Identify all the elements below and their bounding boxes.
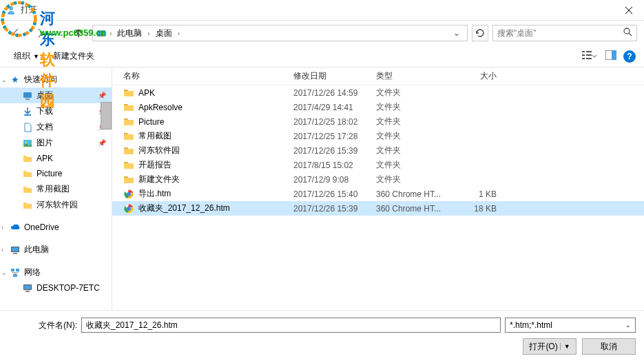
forward-button[interactable] [30, 23, 50, 43]
sidebar-apk[interactable]: APK [0, 151, 112, 166]
open-button[interactable]: 打开(O) ▼ [523, 338, 577, 355]
file-row[interactable]: 导出.htm2017/12/26 15:40360 Chrome HT...1 … [112, 187, 644, 201]
file-row[interactable]: 开题报告2017/8/15 15:02文件夹 [112, 158, 644, 172]
sidebar-pictures[interactable]: 图片 📌 [0, 135, 112, 151]
file-row[interactable]: 河东软件园2017/12/26 15:39文件夹 [112, 143, 644, 158]
svg-rect-14 [23, 92, 32, 98]
chevron-down-icon: ⌄ [625, 322, 631, 329]
file-date: 2017/12/26 15:39 [293, 204, 376, 214]
svg-rect-10 [582, 58, 585, 59]
chevron-down-icon: ⌄ [1, 269, 7, 276]
file-date: 2017/8/15 15:02 [293, 160, 376, 170]
network-icon [10, 267, 21, 278]
pictures-icon [22, 138, 33, 149]
breadcrumb-separator: › [147, 30, 149, 37]
svg-point-5 [624, 28, 630, 34]
breadcrumb-item[interactable]: 桌面 [153, 28, 175, 39]
sidebar-picture-en[interactable]: Picture [0, 166, 112, 181]
navigation-bar: › 此电脑 › 桌面 › ⌄ [0, 21, 644, 45]
column-name[interactable]: 名称 [118, 70, 293, 82]
file-row[interactable]: ApkResolve2017/4/29 14:41文件夹 [112, 100, 644, 114]
app-icon [6, 5, 17, 16]
file-name: 常用截图 [138, 130, 172, 142]
sidebar-this-pc[interactable]: › 此电脑 [0, 242, 112, 258]
window-title: 打开 [21, 4, 37, 16]
filename-input[interactable] [81, 318, 501, 333]
sidebar-hedong[interactable]: 河东软件园 [0, 197, 112, 213]
sidebar-downloads[interactable]: 下载 📌 [0, 103, 112, 119]
file-date: 2017/12/9 9:08 [293, 175, 376, 185]
chrome-icon [123, 203, 134, 214]
star-icon: ★ [10, 74, 21, 85]
title-bar: 打开 [0, 0, 644, 21]
recent-dropdown[interactable] [54, 23, 65, 43]
file-date: 2017/12/26 15:40 [293, 189, 376, 199]
help-icon[interactable]: ? [623, 50, 636, 63]
folder-icon [22, 184, 33, 195]
sidebar-item-label: Picture [37, 169, 62, 178]
close-button[interactable] [613, 0, 644, 21]
file-name: 收藏夹_2017_12_26.htm [138, 203, 230, 214]
file-row[interactable]: Picture2017/12/25 18:02文件夹 [112, 114, 644, 129]
svg-rect-13 [612, 50, 616, 60]
search-box[interactable] [492, 25, 637, 41]
address-dropdown[interactable]: ⌄ [449, 28, 464, 38]
sidebar-quick-access[interactable]: ⌄ ★ 快速访问 [0, 72, 112, 87]
sidebar-desktop[interactable]: 桌面 📌 [0, 87, 112, 103]
sidebar-item-label: 常用截图 [37, 183, 70, 195]
column-size[interactable]: 大小 [455, 70, 510, 82]
refresh-button[interactable] [472, 25, 488, 41]
svg-rect-7 [586, 51, 592, 52]
svg-point-2 [9, 6, 13, 10]
file-name: 导出.htm [138, 188, 171, 200]
preview-pane-icon[interactable] [604, 49, 618, 64]
organize-button[interactable]: 组织 ▼ [8, 48, 45, 65]
cancel-button[interactable]: 取消 [582, 338, 636, 355]
sidebar-item-label: DESKTOP-7ETC [37, 283, 100, 293]
chevron-right-icon: › [1, 247, 3, 253]
folder-icon [22, 200, 33, 211]
sidebar-documents[interactable]: 文档 📌 [0, 119, 112, 135]
file-type: 文件夹 [376, 174, 455, 185]
file-row[interactable]: APK2017/12/26 14:59文件夹 [112, 85, 644, 100]
address-bar[interactable]: › 此电脑 › 桌面 › ⌄ [92, 25, 468, 41]
chevron-right-icon: › [1, 224, 3, 231]
filter-dropdown[interactable]: *.htm;*.html ⌄ [505, 318, 636, 333]
pc-icon [10, 245, 21, 256]
new-folder-button[interactable]: 新建文件夹 [48, 48, 100, 65]
file-row[interactable]: 常用截图2017/12/25 17:28文件夹 [112, 129, 644, 143]
scrollbar-thumb[interactable] [101, 102, 112, 129]
sidebar-onedrive[interactable]: › OneDrive [0, 220, 112, 235]
svg-rect-22 [11, 269, 14, 271]
search-input[interactable] [497, 28, 623, 38]
filter-label: *.htm;*.html [510, 320, 552, 330]
back-button[interactable] [7, 23, 26, 43]
folder-icon [123, 160, 134, 171]
file-name: Picture [138, 117, 164, 127]
file-row[interactable]: 新建文件夹2017/12/9 9:08文件夹 [112, 172, 644, 187]
view-options-icon[interactable] [581, 49, 599, 64]
sidebar-item-label: 网络 [24, 267, 41, 278]
svg-rect-9 [586, 54, 592, 56]
svg-rect-26 [24, 285, 31, 289]
file-type: 文件夹 [376, 116, 455, 127]
column-date[interactable]: 修改日期 [293, 70, 376, 82]
file-date: 2017/12/25 17:28 [293, 132, 376, 141]
sidebar-desktop-pc[interactable]: DESKTOP-7ETC [0, 280, 112, 295]
svg-rect-20 [12, 247, 19, 251]
file-row[interactable]: 收藏夹_2017_12_26.htm2017/12/26 15:39360 Ch… [112, 201, 644, 216]
file-size: 1 KB [455, 189, 510, 199]
toolbar: 组织 ▼ 新建文件夹 ? [0, 45, 644, 68]
folder-icon [123, 131, 134, 142]
sidebar-network[interactable]: ⌄ 网络 [0, 265, 112, 280]
folder-icon [22, 153, 33, 164]
chevron-down-icon: ⌄ [1, 76, 7, 83]
up-button[interactable] [69, 23, 88, 43]
search-icon[interactable] [623, 27, 632, 39]
file-list-area: 名称 修改日期 类型 大小 APK2017/12/26 14:59文件夹ApkR… [112, 68, 644, 310]
breadcrumb-item[interactable]: 此电脑 [114, 28, 145, 39]
column-headers: 名称 修改日期 类型 大小 [112, 68, 644, 85]
column-type[interactable]: 类型 [376, 70, 455, 82]
sidebar-screenshots[interactable]: 常用截图 [0, 181, 112, 197]
file-date: 2017/12/25 18:02 [293, 117, 376, 127]
